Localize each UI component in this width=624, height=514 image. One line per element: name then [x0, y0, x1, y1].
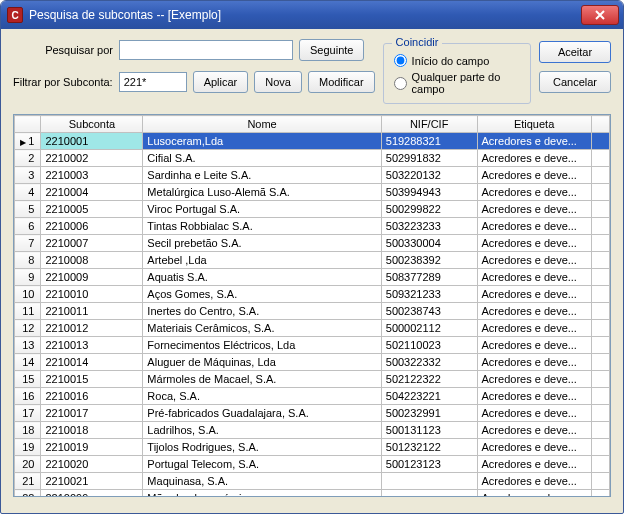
table-row[interactable]: 32210003Sardinha e Leite S.A.503220132Ac…	[15, 167, 610, 184]
cell-etiqueta[interactable]: Acredores e deve...	[477, 320, 591, 337]
cell-extra[interactable]	[591, 405, 609, 422]
cell-extra[interactable]	[591, 422, 609, 439]
cell-nif[interactable]: 500232991	[381, 405, 477, 422]
cell-nif[interactable]: 503220132	[381, 167, 477, 184]
row-header-blank[interactable]	[15, 116, 41, 133]
cell-extra[interactable]	[591, 456, 609, 473]
cell-nif[interactable]: 519288321	[381, 133, 477, 150]
col-etiqueta[interactable]: Etiqueta	[477, 116, 591, 133]
cell-subconta[interactable]: 2210007	[41, 235, 143, 252]
cell-subconta[interactable]: 2210019	[41, 439, 143, 456]
cell-extra[interactable]	[591, 235, 609, 252]
cell-subconta[interactable]: 2210009	[41, 269, 143, 286]
cell-etiqueta[interactable]: Acredores e deve...	[477, 150, 591, 167]
cell-etiqueta[interactable]: Acredores e deve...	[477, 184, 591, 201]
cell-subconta[interactable]: 2210002	[41, 150, 143, 167]
grid-container[interactable]: Subconta Nome NIF/CIF Etiqueta 12210001L…	[13, 114, 611, 497]
cell-extra[interactable]	[591, 133, 609, 150]
cell-nif[interactable]: 500238392	[381, 252, 477, 269]
cell-nif[interactable]: 508377289	[381, 269, 477, 286]
cell-subconta[interactable]: 2210011	[41, 303, 143, 320]
cell-extra[interactable]	[591, 286, 609, 303]
table-row[interactable]: 102210010Aços Gomes, S.A.509321233Acredo…	[15, 286, 610, 303]
table-row[interactable]: 22210002Cifial S.A.502991832Acredores e …	[15, 150, 610, 167]
row-number[interactable]: 10	[15, 286, 41, 303]
cell-etiqueta[interactable]: Acredores e deve...	[477, 371, 591, 388]
row-number[interactable]: 4	[15, 184, 41, 201]
cell-extra[interactable]	[591, 218, 609, 235]
cell-nif[interactable]	[381, 490, 477, 498]
cell-nif[interactable]: 503223233	[381, 218, 477, 235]
table-row[interactable]: 222210099Mão-de-obra própriaAcredores e …	[15, 490, 610, 498]
cell-etiqueta[interactable]: Acredores e deve...	[477, 388, 591, 405]
cell-etiqueta[interactable]: Acredores e deve...	[477, 235, 591, 252]
cell-subconta[interactable]: 2210010	[41, 286, 143, 303]
close-button[interactable]	[581, 5, 619, 25]
cell-extra[interactable]	[591, 269, 609, 286]
cell-etiqueta[interactable]: Acredores e deve...	[477, 201, 591, 218]
cell-nome[interactable]: Secil prebetão S.A.	[143, 235, 381, 252]
row-number[interactable]: 8	[15, 252, 41, 269]
cell-nif[interactable]: 500131123	[381, 422, 477, 439]
row-number[interactable]: 17	[15, 405, 41, 422]
table-row[interactable]: 152210015Mármoles de Macael, S.A.5021223…	[15, 371, 610, 388]
next-button[interactable]: Seguinte	[299, 39, 364, 61]
cell-nome[interactable]: Viroc Portugal S.A.	[143, 201, 381, 218]
cell-subconta[interactable]: 2210006	[41, 218, 143, 235]
cell-extra[interactable]	[591, 388, 609, 405]
table-row[interactable]: 12210001Lusoceram,Lda519288321Acredores …	[15, 133, 610, 150]
cell-etiqueta[interactable]: Acredores e deve...	[477, 490, 591, 498]
cell-extra[interactable]	[591, 320, 609, 337]
cell-nif[interactable]: 500299822	[381, 201, 477, 218]
cell-etiqueta[interactable]: Acredores e deve...	[477, 439, 591, 456]
row-number[interactable]: 18	[15, 422, 41, 439]
cell-nome[interactable]: Aluguer de Máquinas, Lda	[143, 354, 381, 371]
cell-etiqueta[interactable]: Acredores e deve...	[477, 133, 591, 150]
cell-extra[interactable]	[591, 337, 609, 354]
col-subconta[interactable]: Subconta	[41, 116, 143, 133]
apply-button[interactable]: Aplicar	[193, 71, 249, 93]
cell-subconta[interactable]: 2210015	[41, 371, 143, 388]
table-row[interactable]: 92210009Aquatis S.A.508377289Acredores e…	[15, 269, 610, 286]
cell-extra[interactable]	[591, 150, 609, 167]
cell-extra[interactable]	[591, 473, 609, 490]
cell-subconta[interactable]: 2210013	[41, 337, 143, 354]
cell-extra[interactable]	[591, 490, 609, 498]
table-row[interactable]: 202210020Portugal Telecom, S.A.500123123…	[15, 456, 610, 473]
table-row[interactable]: 182210018Ladrilhos, S.A.500131123Acredor…	[15, 422, 610, 439]
table-row[interactable]: 192210019Tijolos Rodrigues, S.A.50123212…	[15, 439, 610, 456]
cell-extra[interactable]	[591, 167, 609, 184]
table-row[interactable]: 162210016Roca, S.A.504223221Acredores e …	[15, 388, 610, 405]
cell-nome[interactable]: Sardinha e Leite S.A.	[143, 167, 381, 184]
cell-etiqueta[interactable]: Acredores e deve...	[477, 354, 591, 371]
row-number[interactable]: 14	[15, 354, 41, 371]
cell-extra[interactable]	[591, 354, 609, 371]
cell-nome[interactable]: Artebel ,Lda	[143, 252, 381, 269]
col-nif[interactable]: NIF/CIF	[381, 116, 477, 133]
cell-nif[interactable]: 500322332	[381, 354, 477, 371]
cell-etiqueta[interactable]: Acredores e deve...	[477, 303, 591, 320]
table-row[interactable]: 82210008Artebel ,Lda500238392Acredores e…	[15, 252, 610, 269]
cell-extra[interactable]	[591, 184, 609, 201]
table-row[interactable]: 62210006Tintas Robbialac S.A.503223233Ac…	[15, 218, 610, 235]
cell-nome[interactable]: Mão-de-obra própria	[143, 490, 381, 498]
cell-nome[interactable]: Metalúrgica Luso-Alemã S.A.	[143, 184, 381, 201]
cell-subconta[interactable]: 2210018	[41, 422, 143, 439]
cell-nif[interactable]: 500238743	[381, 303, 477, 320]
cell-subconta[interactable]: 2210005	[41, 201, 143, 218]
search-input[interactable]	[119, 40, 293, 60]
table-row[interactable]: 132210013Fornecimentos Eléctricos, Lda50…	[15, 337, 610, 354]
row-number[interactable]: 2	[15, 150, 41, 167]
cell-nome[interactable]: Roca, S.A.	[143, 388, 381, 405]
cell-nome[interactable]: Lusoceram,Lda	[143, 133, 381, 150]
col-nome[interactable]: Nome	[143, 116, 381, 133]
cell-etiqueta[interactable]: Acredores e deve...	[477, 218, 591, 235]
cell-subconta[interactable]: 2210021	[41, 473, 143, 490]
match-start-radio[interactable]	[394, 54, 407, 67]
cell-nome[interactable]: Tijolos Rodrigues, S.A.	[143, 439, 381, 456]
row-number[interactable]: 3	[15, 167, 41, 184]
cell-etiqueta[interactable]: Acredores e deve...	[477, 473, 591, 490]
cell-nome[interactable]: Mármoles de Macael, S.A.	[143, 371, 381, 388]
table-row[interactable]: 172210017Pré-fabricados Guadalajara, S.A…	[15, 405, 610, 422]
cell-extra[interactable]	[591, 439, 609, 456]
